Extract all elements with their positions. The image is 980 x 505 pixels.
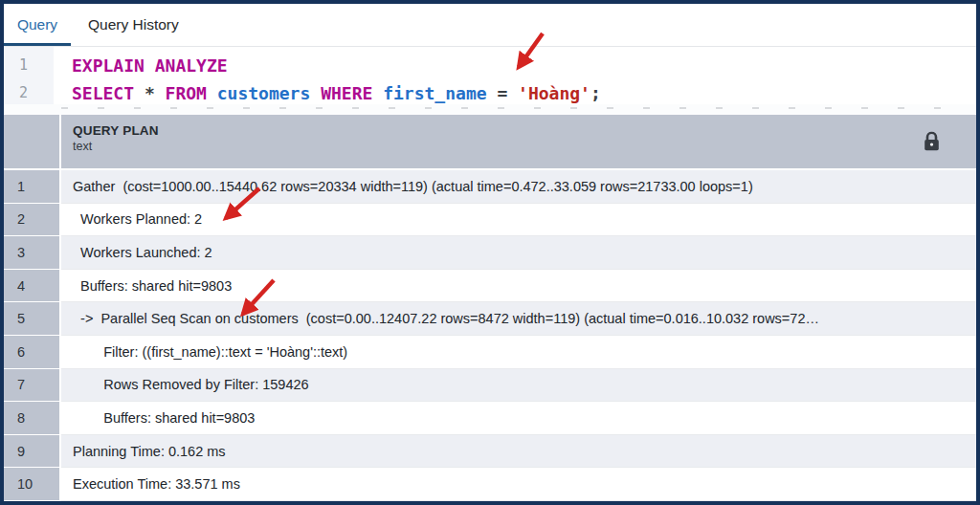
result-grid-header: QUERY PLAN text	[4, 115, 976, 170]
query-plan-cell[interactable]: Planning Time: 0.162 ms	[61, 435, 976, 469]
row-number-cell[interactable]: 8	[4, 402, 59, 435]
active-tab-underline	[4, 43, 71, 46]
table-row: 1Gather (cost=1000.00..15440.62 rows=203…	[4, 170, 976, 204]
sql-token-keyword: SELECT	[72, 83, 134, 103]
column-title: QUERY PLAN	[73, 123, 965, 138]
row-number-cell[interactable]: 6	[4, 336, 59, 369]
sql-token-operator: *	[145, 83, 155, 103]
result-grid-body: 1Gather (cost=1000.00..15440.62 rows=203…	[4, 170, 976, 501]
table-row: 8 Buffers: shared hit=9803	[4, 402, 976, 435]
query-plan-column-header[interactable]: QUERY PLAN text	[61, 115, 976, 170]
query-plan-cell[interactable]: Buffers: shared hit=9803	[61, 270, 976, 303]
line-number: 1	[4, 52, 54, 79]
line-number: 2	[4, 79, 54, 107]
query-plan-cell[interactable]: Workers Launched: 2	[61, 236, 976, 270]
code-line[interactable]: SELECT * FROM customers WHERE first_name…	[72, 79, 976, 104]
table-row: 7 Rows Removed by Filter: 159426	[4, 369, 976, 403]
sql-token-identifier: first_name	[383, 83, 486, 103]
table-row: 4 Buffers: shared hit=9803	[4, 270, 976, 303]
grid-corner-cell[interactable]	[4, 115, 59, 170]
editor-lines[interactable]: EXPLAIN ANALYZESELECT * FROM customers W…	[54, 47, 976, 104]
lock-icon	[924, 132, 940, 152]
row-number-cell[interactable]: 9	[4, 435, 59, 469]
sql-token-plain: ;	[590, 83, 601, 103]
sql-token-plain	[372, 83, 383, 103]
table-row: 10Execution Time: 33.571 ms	[4, 468, 976, 501]
sql-token-keyword: EXPLAIN	[72, 55, 145, 76]
tab-query-label: Query	[17, 16, 57, 33]
column-type: text	[73, 140, 965, 153]
query-plan-cell[interactable]: Workers Planned: 2	[61, 204, 976, 237]
row-number-cell[interactable]: 10	[4, 468, 59, 501]
table-row: 5 -> Parallel Seq Scan on customers (cos…	[4, 302, 976, 336]
tab-query[interactable]: Query	[4, 4, 71, 46]
sql-editor[interactable]: 12 EXPLAIN ANALYZESELECT * FROM customer…	[4, 47, 976, 104]
sql-token-operator: =	[497, 83, 507, 103]
sql-token-plain	[487, 83, 498, 103]
tab-query-history[interactable]: Query History	[71, 4, 196, 46]
row-number-cell[interactable]: 7	[4, 369, 59, 403]
sql-token-keyword: ANALYZE	[155, 55, 228, 76]
tab-query-history-label: Query History	[88, 16, 179, 33]
table-row: 9Planning Time: 0.162 ms	[4, 435, 976, 469]
sql-token-plain	[207, 83, 217, 103]
sql-token-plain	[155, 83, 166, 103]
table-row: 2 Workers Planned: 2	[4, 204, 976, 237]
splitter-strip[interactable]	[4, 104, 976, 115]
query-plan-cell[interactable]: Gather (cost=1000.00..15440.62 rows=2033…	[61, 170, 976, 204]
result-grid: QUERY PLAN text 1Gather (cost=1000.00..1…	[4, 115, 976, 501]
sql-token-string: 'Hoàng'	[518, 83, 590, 103]
sql-token-plain	[310, 83, 321, 103]
table-row: 3 Workers Launched: 2	[4, 236, 976, 270]
query-plan-cell[interactable]: Filter: ((first_name)::text = 'Hoàng'::t…	[61, 336, 976, 369]
sql-token-identifier: customers	[217, 83, 311, 103]
row-number-cell[interactable]: 2	[4, 204, 59, 237]
table-row: 6 Filter: ((first_name)::text = 'Hoàng':…	[4, 336, 976, 369]
sql-token-plain	[145, 55, 155, 76]
sql-token-plain	[134, 83, 145, 103]
query-plan-cell[interactable]: -> Parallel Seq Scan on customers (cost=…	[61, 302, 976, 336]
sql-token-keyword: WHERE	[321, 83, 372, 103]
row-number-cell[interactable]: 5	[4, 302, 59, 336]
code-line[interactable]: EXPLAIN ANALYZE	[72, 52, 976, 79]
query-plan-cell[interactable]: Execution Time: 33.571 ms	[61, 468, 976, 501]
sql-token-keyword: FROM	[166, 83, 207, 103]
row-number-cell[interactable]: 3	[4, 236, 59, 270]
query-tool-window: Query Query History 12 EXPLAIN ANALYZESE…	[0, 0, 980, 505]
tab-bar: Query Query History	[4, 4, 976, 47]
query-plan-cell[interactable]: Buffers: shared hit=9803	[61, 402, 976, 435]
sql-token-plain	[507, 83, 518, 103]
editor-gutter: 12	[4, 47, 54, 104]
query-plan-cell[interactable]: Rows Removed by Filter: 159426	[61, 369, 976, 403]
row-number-cell[interactable]: 1	[4, 170, 59, 204]
row-number-cell[interactable]: 4	[4, 270, 59, 303]
